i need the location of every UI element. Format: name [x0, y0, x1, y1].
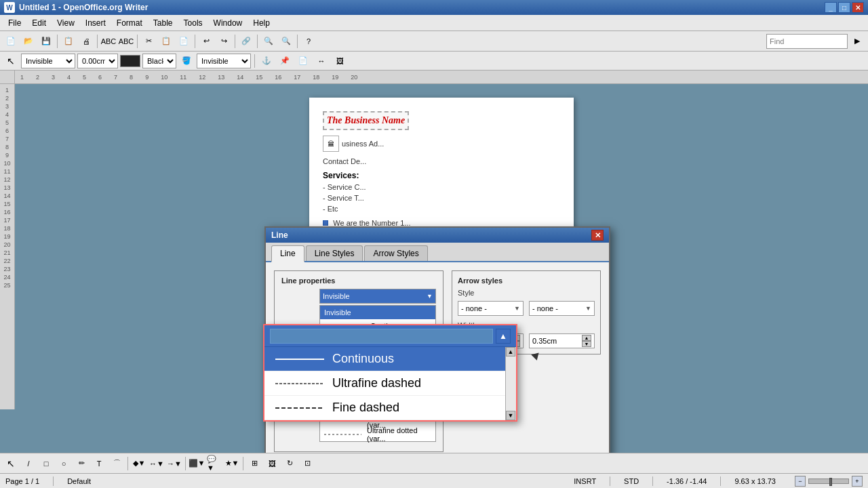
zoom-in-button[interactable]: 🔍	[278, 33, 294, 49]
cut-button[interactable]: ✂	[140, 33, 157, 49]
page-button[interactable]: 📄	[295, 53, 311, 69]
expanded-item-fine-dashed[interactable]: Fine dashed	[264, 396, 516, 420]
app-icon: W	[4, 2, 15, 13]
menu-file[interactable]: File	[3, 17, 26, 29]
menu-edit[interactable]: Edit	[26, 17, 52, 29]
minimize-button[interactable]: _	[825, 2, 837, 13]
paste-button[interactable]: 📄	[176, 33, 192, 49]
draw-curve[interactable]: ⌒	[108, 455, 125, 472]
link-button[interactable]: 🔗	[238, 33, 254, 49]
arrow-left-combo[interactable]: - none - ▼	[458, 301, 524, 316]
draw-arrow[interactable]: →▼	[166, 455, 182, 472]
width-right-input[interactable]: 0.35cm ▲ ▼	[529, 333, 595, 348]
menu-tools[interactable]: Tools	[178, 17, 208, 29]
width-right-value: 0.35cm	[532, 337, 557, 345]
arrow-styles-label: Arrow styles	[458, 277, 595, 285]
logo-row: 🏛 usiness Ad...	[323, 136, 560, 152]
draw-text[interactable]: T	[91, 455, 107, 472]
find-input[interactable]	[766, 34, 848, 49]
style-combo[interactable]: Invisible ▼	[319, 289, 436, 304]
close-button[interactable]: ✕	[852, 2, 864, 13]
print-button[interactable]: 🖨	[78, 33, 94, 49]
dropdown-item-ultrafine-dotted-var[interactable]: Ultrafine dotted (var...	[320, 428, 435, 441]
draw-connector[interactable]: ↔▼	[149, 455, 165, 472]
color-label-combo[interactable]: Black	[142, 54, 176, 68]
window-controls[interactable]: _ □ ✕	[825, 2, 864, 13]
menu-view[interactable]: View	[52, 17, 80, 29]
menu-help[interactable]: Help	[248, 17, 275, 29]
tab-line[interactable]: Line	[271, 245, 304, 262]
maximize-button[interactable]: □	[838, 2, 850, 13]
menu-window[interactable]: Window	[208, 17, 248, 29]
anchor2-button[interactable]: 📌	[277, 53, 293, 69]
open-button[interactable]: 📂	[20, 33, 37, 49]
draw-ellipse[interactable]: ○	[56, 455, 72, 472]
pointer-button[interactable]: ↖	[3, 53, 19, 69]
spellcheck-button[interactable]: ABC	[100, 33, 117, 49]
arrow-right-combo[interactable]: - none - ▼	[529, 301, 595, 316]
spin-up-right[interactable]: ▲	[582, 335, 591, 341]
expanded-item-ultrafine-dashed[interactable]: Ultrafine dashed	[264, 371, 516, 396]
select-tool[interactable]: ↖	[3, 455, 19, 472]
color-picker-button[interactable]	[120, 55, 140, 67]
tab-line-styles[interactable]: Line Styles	[306, 245, 363, 261]
width-right-spinner[interactable]: ▲ ▼	[582, 335, 591, 347]
ruler-mark: 20	[351, 74, 357, 81]
btoolbar-sep3	[243, 457, 243, 470]
rotate-obj[interactable]: ↻	[281, 455, 298, 472]
new-button[interactable]: 📄	[3, 33, 19, 49]
copy-button[interactable]: 📋	[158, 33, 174, 49]
zoom-slider-track	[808, 479, 849, 484]
spin-down-right[interactable]: ▼	[582, 341, 591, 347]
menu-format[interactable]: Format	[111, 17, 148, 29]
draw-star[interactable]: ★▼	[224, 455, 240, 472]
expanded-dropdown-input[interactable]	[270, 329, 493, 344]
find-next-button[interactable]: ▶	[849, 33, 865, 49]
ruler-mark: 5	[83, 74, 86, 81]
spellcheck2-button[interactable]: ABC	[118, 33, 134, 49]
insert-object[interactable]: ⊞	[246, 455, 262, 472]
menu-insert[interactable]: Insert	[80, 17, 111, 29]
fill-style-combo[interactable]: Invisible	[197, 54, 251, 68]
draw-rect[interactable]: □	[38, 455, 54, 472]
draw-freeform[interactable]: ✏	[73, 455, 90, 472]
line-width-combo[interactable]: 0.00cm	[77, 54, 118, 68]
ruler-corner	[0, 70, 15, 83]
expanded-item-continuous[interactable]: Continuous	[264, 347, 516, 371]
dialog-close-button[interactable]: ✕	[591, 230, 604, 241]
save-button[interactable]: 💾	[38, 33, 54, 49]
undo-button[interactable]: ↩	[198, 33, 214, 49]
scroll-down-button[interactable]: ▼	[506, 411, 515, 420]
draw-callout[interactable]: 💬▼	[206, 455, 222, 472]
dropdown-item-invisible[interactable]: Invisible	[320, 306, 435, 319]
ruler-mark: 4	[67, 74, 71, 81]
toolbar-sep3	[137, 35, 138, 48]
main-area: 1 2 3 4 5 6 7 8 9 10 11 12 13 14 15 16 1…	[0, 84, 868, 409]
zoom-out-button[interactable]: 🔍	[260, 33, 277, 49]
toolbar-sep2	[97, 35, 98, 48]
draw-shapes[interactable]: ◆▼	[131, 455, 147, 472]
bottom-toolbar: ↖ / □ ○ ✏ T ⌒ ◆▼ ↔▼ →▼ ⬛▼ 💬▼ ★▼ ⊞ 🖼 ↻ ⊡	[0, 453, 868, 473]
line-style-combo[interactable]: Invisible	[21, 54, 75, 68]
expanded-dropdown-up-button[interactable]: ▲	[496, 329, 511, 344]
tab-arrow-styles[interactable]: Arrow Styles	[364, 245, 427, 261]
ultrafine-dashed-preview-svg	[273, 377, 327, 390]
draw-line[interactable]: /	[20, 455, 37, 472]
wrap-button[interactable]: ↔	[313, 53, 330, 69]
scroll-up-button[interactable]: ▲	[506, 347, 515, 357]
help-button[interactable]: ?	[300, 33, 317, 49]
pdf-button[interactable]: 📋	[60, 33, 77, 49]
align-obj[interactable]: ⊡	[299, 455, 315, 472]
zoom-slider-right[interactable]: +	[852, 476, 863, 487]
draw-flowchart[interactable]: ⬛▼	[189, 455, 205, 472]
fill-button[interactable]: 🪣	[178, 53, 195, 69]
anchor-button[interactable]: ⚓	[258, 53, 275, 69]
zoom-slider-thumb[interactable]	[829, 478, 832, 486]
ruler-mark: 19	[332, 74, 338, 81]
redo-button[interactable]: ↪	[216, 33, 232, 49]
contour-button[interactable]: 🖼	[332, 53, 348, 69]
insert-image[interactable]: 🖼	[264, 455, 280, 472]
toolbar-main: 📄 📂 💾 📋 🖨 ABC ABC ✂ 📋 📄 ↩ ↪ 🔗 🔍 🔍 ? ▶	[0, 31, 868, 52]
zoom-slider-left[interactable]: −	[795, 476, 806, 487]
menu-table[interactable]: Table	[148, 17, 178, 29]
